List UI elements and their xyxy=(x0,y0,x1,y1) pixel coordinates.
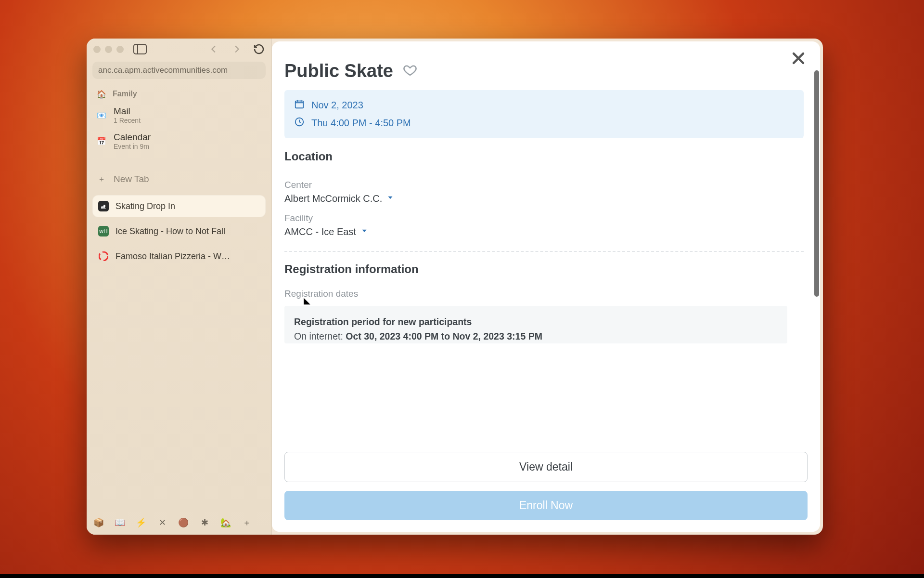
chevron-down-icon xyxy=(360,226,369,237)
mail-icon: 📧 xyxy=(96,110,107,120)
forward-button[interactable] xyxy=(231,44,242,54)
facility-expand[interactable]: AMCC - Ice East xyxy=(284,226,804,237)
favicon xyxy=(98,251,109,262)
favicon: ⛸ xyxy=(98,201,109,211)
new-tab-label: New Tab xyxy=(114,174,149,184)
svg-point-0 xyxy=(99,252,108,261)
facility-label: Facility xyxy=(284,213,804,223)
divider xyxy=(94,164,264,164)
browser-sidebar: anc.ca.apm.activecommunities.com 🏠 Famil… xyxy=(87,39,272,535)
chevron-down-icon xyxy=(386,193,395,204)
dock-icon[interactable]: ✕ xyxy=(157,517,167,528)
calendar-sub: Event in 9m xyxy=(114,143,151,150)
sidebar-dock: 📦 📖 ⚡ ✕ 🟤 ✱ 🏡 ＋ xyxy=(87,512,271,535)
center-value: Albert McCormick C.C. xyxy=(284,193,382,204)
address-bar[interactable]: anc.ca.apm.activecommunities.com xyxy=(92,62,266,79)
center-expand[interactable]: Albert McCormick C.C. xyxy=(284,193,804,204)
page-title: Public Skate xyxy=(284,61,393,81)
home-icon: 🏠 xyxy=(96,89,107,99)
registration-heading: Registration information xyxy=(284,263,804,276)
reload-button[interactable] xyxy=(253,43,265,55)
registration-info-box: Registration period for new participants… xyxy=(284,306,787,343)
dock-icon[interactable]: 📖 xyxy=(115,517,125,528)
calendar-icon: 📅 xyxy=(96,136,107,146)
favicon: wH xyxy=(98,226,109,236)
datetime-box: Nov 2, 2023 Thu 4:00 PM - 4:50 PM xyxy=(284,90,804,138)
divider xyxy=(284,251,804,252)
registration-period-heading: Registration period for new participants xyxy=(294,315,778,329)
registration-internet-label: On internet: xyxy=(294,331,346,342)
tab-ice-skating-how-to[interactable]: wH Ice Skating - How to Not Fall xyxy=(92,220,266,242)
view-detail-button[interactable]: View detail xyxy=(284,452,808,482)
event-date: Nov 2, 2023 xyxy=(311,100,363,111)
taskbar xyxy=(0,574,924,578)
calendar-title: Calendar xyxy=(114,132,151,143)
registration-dates-label: Registration dates xyxy=(284,289,804,299)
dock-icon[interactable]: ⚡ xyxy=(136,517,146,528)
sidebar-group-label: Family xyxy=(113,90,137,98)
tab-label: Famoso Italian Pizzeria - W… xyxy=(116,251,230,262)
facility-value: AMCC - Ice East xyxy=(284,226,356,237)
sidebar-item-mail[interactable]: 📧 Mail 1 Recent xyxy=(92,102,266,128)
tab-label: Skating Drop In xyxy=(116,201,175,211)
dock-icon[interactable]: 📦 xyxy=(93,517,104,528)
sidebar-item-calendar[interactable]: 📅 Calendar Event in 9m xyxy=(92,128,266,154)
tab-label: Ice Skating - How to Not Fall xyxy=(116,226,225,236)
favorite-button[interactable] xyxy=(403,63,417,79)
window-controls[interactable] xyxy=(93,46,124,53)
toolbar xyxy=(87,39,271,58)
dock-add-icon[interactable]: ＋ xyxy=(242,517,252,528)
mail-title: Mail xyxy=(114,106,141,117)
desktop-wallpaper: anc.ca.apm.activecommunities.com 🏠 Famil… xyxy=(0,0,924,578)
plus-icon: ＋ xyxy=(96,174,107,184)
dock-icon[interactable]: 🏡 xyxy=(220,517,231,528)
dock-icon[interactable]: ✱ xyxy=(199,517,210,528)
browser-window: anc.ca.apm.activecommunities.com 🏠 Famil… xyxy=(87,39,823,535)
sidebar-group-family[interactable]: 🏠 Family xyxy=(92,86,266,102)
svg-rect-1 xyxy=(295,101,304,108)
new-tab-button[interactable]: ＋ New Tab xyxy=(92,170,266,188)
dock-icon[interactable]: 🟤 xyxy=(178,517,189,528)
calendar-icon xyxy=(294,99,305,112)
page-content: Public Skate Nov 2, 2023 Thu 4:00 PM - xyxy=(272,41,820,532)
center-label: Center xyxy=(284,180,804,190)
tab-skating-drop-in[interactable]: ⛸ Skating Drop In xyxy=(92,195,266,217)
registration-internet-value: Oct 30, 2023 4:00 PM to Nov 2, 2023 3:15… xyxy=(346,331,542,342)
action-bar: View detail Enroll Now xyxy=(272,452,820,532)
scrollbar-thumb[interactable] xyxy=(814,70,819,297)
mail-sub: 1 Recent xyxy=(114,117,141,124)
event-time: Thu 4:00 PM - 4:50 PM xyxy=(311,118,411,129)
clock-icon xyxy=(294,117,305,130)
back-button[interactable] xyxy=(209,44,219,54)
tab-famoso-pizzeria[interactable]: Famoso Italian Pizzeria - W… xyxy=(92,245,266,267)
sidebar-toggle-icon[interactable] xyxy=(133,44,147,54)
enroll-now-button[interactable]: Enroll Now xyxy=(284,491,808,520)
location-heading: Location xyxy=(284,150,804,163)
